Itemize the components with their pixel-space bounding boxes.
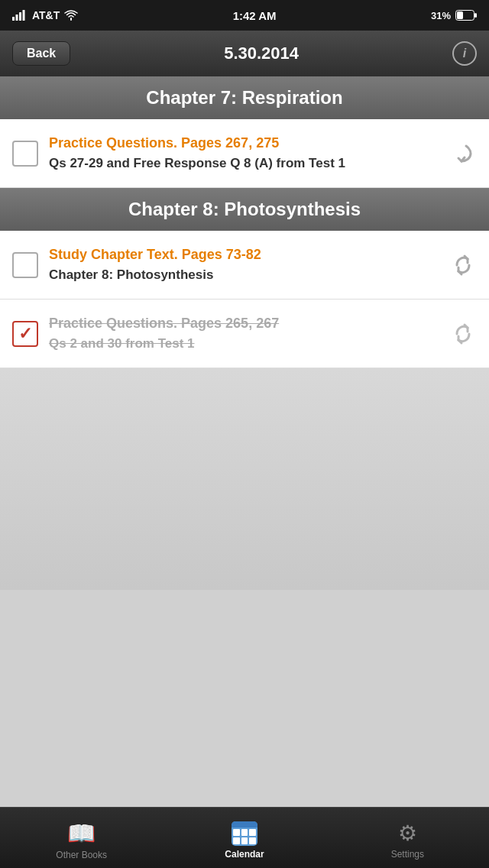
task-subtitle-2: Chapter 8: Photosynthesis	[49, 267, 439, 283]
tab-other-books-label: Other Books	[56, 850, 107, 860]
svg-rect-1	[16, 15, 18, 21]
task-checkbox-1[interactable]	[12, 141, 38, 167]
tab-bar: 📖 Other Books Calendar ⚙ Settings	[0, 807, 489, 868]
battery-percent: 31%	[431, 10, 451, 21]
gear-icon: ⚙	[398, 821, 417, 846]
wifi-icon	[64, 10, 78, 21]
task-checkbox-2[interactable]	[12, 252, 38, 278]
task-item-3: Practice Questions. Pages 265, 267 Qs 2 …	[0, 300, 489, 368]
carrier-label: AT&T	[32, 9, 60, 21]
section-header-chapter8: Chapter 8: Photosynthesis	[0, 188, 489, 231]
calendar-icon	[232, 821, 257, 846]
task-subtitle-1: Qs 27-29 and Free Response Q 8 (A) from …	[49, 155, 439, 172]
status-right: 31%	[431, 10, 477, 21]
book-icon: 📖	[67, 820, 96, 847]
battery-icon	[455, 10, 477, 21]
svg-rect-6	[474, 13, 477, 18]
status-left: AT&T	[12, 9, 78, 21]
nav-bar: Back 5.30.2014 i	[0, 31, 489, 76]
share-button-2[interactable]	[449, 251, 477, 279]
task-title-2: Study Chapter Text. Pages 73-82	[49, 246, 439, 264]
task-item-2: Study Chapter Text. Pages 73-82 Chapter …	[0, 231, 489, 300]
status-bar: AT&T 1:42 AM 31%	[0, 0, 489, 31]
task-title-1: Practice Questions. Pages 267, 275	[49, 134, 439, 152]
svg-rect-5	[457, 11, 463, 19]
tab-calendar-label: Calendar	[225, 849, 264, 860]
content-area: Chapter 7: Respiration Practice Question…	[0, 76, 489, 807]
svg-rect-0	[12, 17, 15, 21]
signal-icon	[12, 10, 28, 21]
nav-title: 5.30.2014	[224, 44, 299, 63]
task-content-3: Practice Questions. Pages 265, 267 Qs 2 …	[49, 315, 439, 352]
task-content-1: Practice Questions. Pages 267, 275 Qs 27…	[49, 134, 439, 172]
svg-rect-2	[19, 12, 21, 21]
status-time: 1:42 AM	[233, 9, 277, 22]
back-button[interactable]: Back	[12, 41, 70, 66]
share-icon-3	[449, 320, 477, 348]
task-subtitle-3: Qs 2 and 30 from Test 1	[49, 335, 439, 352]
task-item: Practice Questions. Pages 267, 275 Qs 27…	[0, 119, 489, 188]
tab-settings[interactable]: ⚙ Settings	[326, 816, 489, 860]
share-icon-1	[449, 140, 477, 167]
tab-settings-label: Settings	[391, 849, 424, 860]
share-button-1[interactable]	[449, 140, 477, 167]
info-button[interactable]: i	[452, 41, 477, 66]
section-header-chapter7: Chapter 7: Respiration	[0, 76, 489, 119]
share-icon-2	[449, 251, 477, 279]
task-content-2: Study Chapter Text. Pages 73-82 Chapter …	[49, 246, 439, 283]
svg-rect-3	[23, 10, 25, 21]
tab-other-books[interactable]: 📖 Other Books	[0, 815, 163, 860]
task-checkbox-3[interactable]	[12, 321, 38, 347]
share-button-3[interactable]	[449, 320, 477, 348]
empty-area	[0, 368, 489, 590]
tab-calendar[interactable]: Calendar	[163, 817, 325, 860]
task-title-3: Practice Questions. Pages 265, 267	[49, 315, 439, 332]
